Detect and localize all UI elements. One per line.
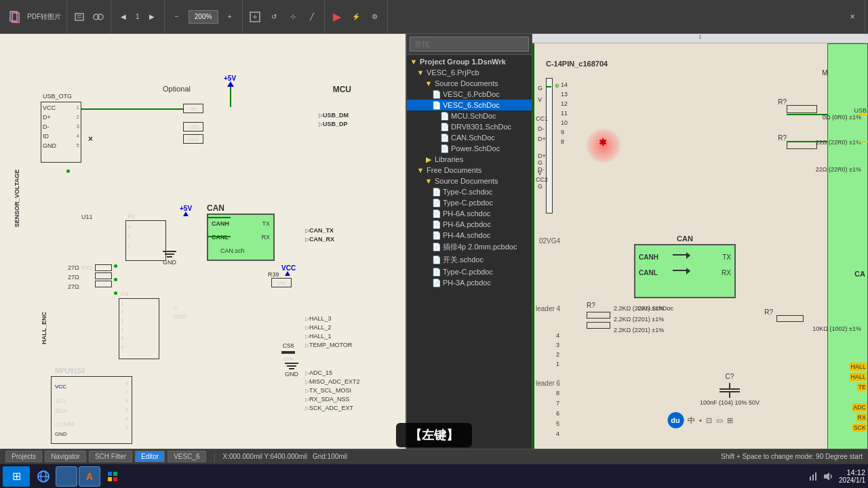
tree-drv8301-sch[interactable]: 📄 DRV8301.SchDoc [407,121,532,132]
du-icon[interactable]: du [667,412,684,428]
tree-ph6a-sch[interactable]: 📄 PH-6A.schdoc [407,208,532,219]
taskbar-browser[interactable] [33,466,54,487]
temp-text: TEMP_MOTOR [309,342,352,348]
file-tree[interactable]: ▼ Project Group 1.DsnWrk ▼ VESC_6.PrjPcb… [407,55,532,449]
rotate-btn[interactable]: ↺ [264,7,283,26]
divider-status [214,451,215,462]
tree-typec-sch[interactable]: 📄 Type-C.schdoc [407,186,532,197]
wire-g1 [546,86,551,87]
pin-g1: G [538,85,542,92]
hall2-text: HALL_2 [309,324,332,331]
layout-icon2: ⊞ [727,416,733,425]
wire-5v-down [230,87,231,107]
zoom-in-btn[interactable]: + [220,7,239,26]
taskbar-word[interactable]: W [56,466,77,487]
tree-vesc6-pcb[interactable]: 📄 VESC_6.PcbDoc [407,89,532,100]
wire-can-1 [207,217,231,218]
rx-net: ▷RX_SDA_NSS [305,396,350,403]
tree-typec-pcb[interactable]: 📄 Type-C.pcbdoc [407,197,532,208]
taskbar-extra[interactable] [102,466,123,487]
close-toolbar-btn[interactable]: ✕ [843,7,862,26]
prev-page-btn[interactable]: ◀ [114,7,133,26]
leader4-label: leader 4 [536,305,560,312]
mpu9150-label: MPU9150 [55,367,85,375]
tree-project-group[interactable]: ▼ Project Group 1.DsnWrk [407,56,532,67]
can-power-arrow [183,211,189,216]
taskbar-altium[interactable]: A [79,466,100,487]
file-search-input[interactable] [410,37,529,52]
tree-free-docs[interactable]: ▼ Free Documents [407,165,532,176]
fit-btn[interactable] [245,7,264,26]
tree-ph4a-sch[interactable]: 📄 PH-4A.schdoc [407,230,532,241]
junction-3 [114,278,117,281]
tree-ph6a-pcb[interactable]: 📄 PH-6A.pcbdoc [407,219,532,230]
ruler-center: 1 [698,34,701,40]
dual-link-btn[interactable] [89,7,108,26]
hall-right-2: HALL [850,373,867,381]
can-arrow-r2 [686,268,690,274]
tab-navigator[interactable]: Navigator [45,451,86,462]
sck-right: SCK [852,424,867,432]
schematic-canvas[interactable]: SENSOR_VOLTAGE Optional +5V USB_OTG VCC … [0,34,406,449]
start-button[interactable]: ⊞ [3,466,30,487]
left-schematic-panel[interactable]: -2 -1 0 1 2 3 4 1 2 3 4 5 6 7 8 9 [0,34,407,449]
can-sch-label2: CAN.SchDoc [451,134,495,142]
tree-typec-pcb2[interactable]: 📄 Type-C.pcbdoc [407,266,532,277]
tree-power-sch[interactable]: 📄 Power.SchDoc [407,143,532,154]
lead4-p1: 1 [556,361,559,367]
tree-vesc6-sch[interactable]: 📄 VESC_6.SchDoc [407,100,532,110]
r43-box [95,272,112,279]
r42-label: R42 [81,264,93,271]
pdf-office-btn[interactable] [5,7,24,26]
wire-r2-mcu [787,141,827,142]
tree-vesc6-project[interactable]: ▼ VESC_6.PrjPcb [407,67,532,78]
tab-editor[interactable]: Editor [135,451,165,462]
sda-label: SDA [55,407,68,414]
pin-num-9: 9 [561,129,564,136]
read-mode-btn[interactable] [70,7,89,26]
gnd-1: GND [163,251,176,266]
tree-ph3a-pcb[interactable]: 📄 PH-3A.pcbdoc [407,277,532,288]
tree-switch-sch[interactable]: 📄 开关.schdoc [407,253,532,266]
tree-libraries[interactable]: ▶ Libraries [407,154,532,165]
pin-num-10: 10 [561,119,568,126]
p4-pin4: 4 [119,325,159,334]
r-top-value: 0Ω (0R0) ±1% [823,114,861,121]
zoom-out-btn[interactable]: − [167,7,186,26]
tree-src-docs-2[interactable]: ▼ Source Documents [407,176,532,186]
adc15-net: ▷ADC_15 [305,369,332,376]
next-page-btn[interactable]: ▶ [142,7,161,26]
wire-btn[interactable]: ╱ [302,7,321,26]
power-arrow-up [227,81,234,87]
zoom-input[interactable]: 200% [189,10,218,24]
right-canvas[interactable]: 1 C-14PIN_c168704 MCU MCU.Se G G [532,34,868,449]
tree-src-docs-1[interactable]: ▼ Source Documents [407,78,532,89]
tree-can-sch[interactable]: 📄 CAN.SchDoc [407,132,532,143]
select-btn[interactable]: ⊹ [283,7,302,26]
ph4a-pcb2-label: 插排4p 2.0mm.pcbdoc [443,242,517,252]
section-02vg4: 02VG4 [539,237,560,245]
run-btn[interactable]: ▶ [328,7,347,26]
gnd-line-c58 [285,363,298,364]
svg-rect-17 [810,476,811,481]
tree-mcu-sch[interactable]: 📄 MCU.SchDoc [407,110,532,121]
taskbar-apps: W A [33,466,123,487]
vesc6-pcb-label: VESC_6.PcbDoc [443,90,500,98]
compile-btn[interactable]: ⚡ [347,7,366,26]
tree-ph4a-pcb2[interactable]: 📄 插排4p 2.0mm.pcbdoc [407,241,532,253]
tab-file[interactable]: VESC_6 [167,451,205,462]
r-0k-label: 0K [190,106,197,112]
gnd-line1 [163,251,176,252]
switch-sch-label: 开关.schdoc [443,255,484,265]
mpu-p4: 4 [125,415,128,422]
tab-sch-filter[interactable]: SCH Filter [89,451,132,462]
can-tx-pin: TX [262,220,270,227]
lead4-p4: 4 [556,332,559,339]
tab-projects[interactable]: Projects [5,451,42,462]
mpu-vcc: VCC [55,384,66,390]
hall1-text: HALL_1 [309,333,332,340]
mcu-sch-label: MCU.SchDoc [451,112,496,120]
right-schematic-panel[interactable]: 1 C-14PIN_c168704 MCU MCU.Se G G [532,34,868,449]
lead6-p4: 4 [556,430,559,437]
settings-btn[interactable]: ⚙ [366,7,384,26]
